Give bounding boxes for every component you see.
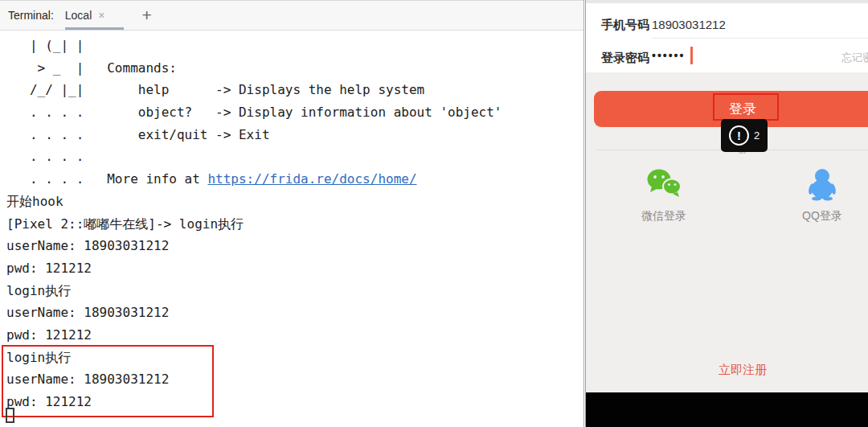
terminal-line: userName: 18903031212 [6, 302, 583, 324]
exclamation-circle-icon: ! [729, 125, 749, 146]
phone-screen-panel: 手机号码 18903031212 登录密码 •••••• 忘记密码 登录 ! 2… [585, 0, 868, 427]
terminal-cursor [6, 408, 14, 423]
more-info-prefix: . . . . More info at [6, 171, 207, 187]
screenshot-root: Terminal: Local × + | (_| | > _ | Comman… [0, 0, 868, 427]
qq-login-button[interactable]: QQ登录 [774, 167, 868, 224]
terminal-line: [Pixel 2::嘟嘟牛在线]-> login执行 [6, 213, 583, 236]
qq-login-label: QQ登录 [774, 209, 868, 224]
terminal-line: > _ | Commands: [6, 57, 583, 80]
phone-number-field[interactable]: 18903031212 [652, 18, 726, 31]
terminal-line-boxed: pwd: 121212 [6, 391, 583, 413]
terminal-line: . . . . exit/quit -> Exit [6, 124, 583, 146]
terminal-line: /_/ |_| help -> Displays the help system [6, 79, 583, 101]
terminal-line: pwd: 121212 [6, 257, 583, 280]
wechat-login-button[interactable]: 微信登录 [616, 167, 712, 224]
terminal-line: login执行 [6, 280, 583, 302]
terminal-line: 开始hook [6, 191, 583, 213]
android-nav-bar [586, 392, 868, 427]
touch-counter-badge: ! 2 [721, 119, 768, 152]
input-underline [652, 38, 868, 39]
terminal-line: | (_| | [6, 35, 583, 57]
terminal-label: Terminal: [8, 9, 54, 22]
terminal-line-more-info: . . . . More info at https://frida.re/do… [6, 168, 583, 191]
wechat-login-label: 微信登录 [616, 209, 712, 224]
register-now-link[interactable]: 立即注册 [719, 363, 767, 378]
badge-count: 2 [754, 129, 760, 142]
login-form: 手机号码 18903031212 登录密码 •••••• 忘记密码 [586, 3, 868, 72]
password-label: 登录密码 [601, 51, 649, 66]
wechat-icon [645, 167, 682, 201]
terminal-output[interactable]: | (_| | > _ | Commands: /_/ |_| help -> … [0, 31, 583, 427]
terminal-line: . . . . object? -> Display information a… [6, 101, 583, 124]
tab-local-title: Local [65, 9, 92, 22]
add-tab-icon[interactable]: + [141, 7, 151, 23]
terminal-line-boxed: userName: 18903031212 [6, 368, 583, 391]
terminal-line: pwd: 121212 [6, 324, 583, 347]
forgot-password-link[interactable]: 忘记密码 [841, 51, 868, 65]
phone-number-label: 手机号码 [601, 18, 649, 33]
qq-icon [806, 167, 838, 201]
text-caret [690, 47, 693, 64]
terminal-line: userName: 18903031212 [6, 235, 583, 257]
close-icon[interactable]: × [98, 9, 104, 22]
frida-docs-link[interactable]: https://frida.re/docs/home/ [207, 171, 416, 187]
terminal-tabbar: Terminal: Local × + [0, 0, 583, 31]
terminal-panel: Terminal: Local × + | (_| | > _ | Comman… [0, 0, 584, 427]
password-field[interactable]: •••••• [652, 49, 685, 62]
terminal-line-boxed: login执行 [6, 347, 583, 369]
terminal-line: . . . . [6, 146, 583, 168]
tab-local[interactable]: Local × [65, 1, 125, 30]
